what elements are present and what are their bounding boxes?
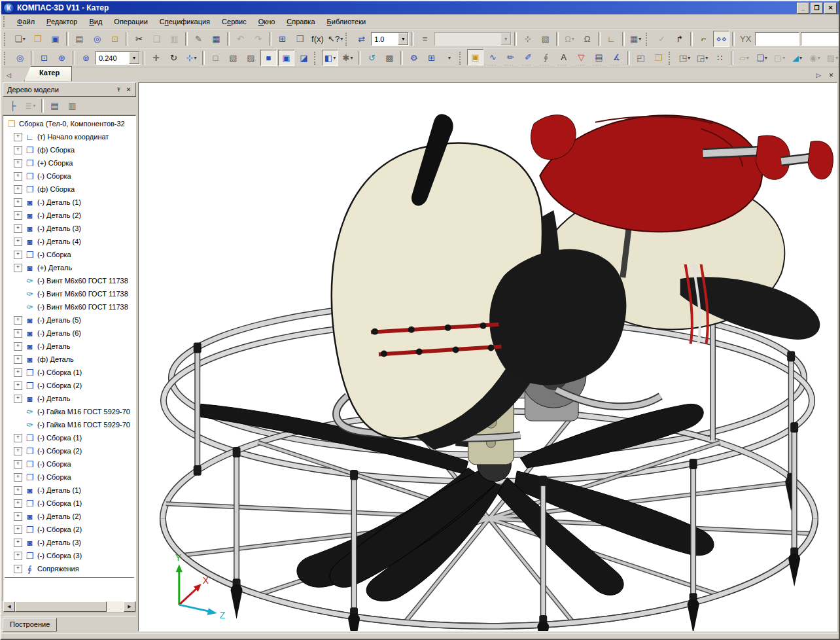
simplified-display-button[interactable] bbox=[322, 50, 338, 66]
3d-viewport[interactable]: Y X Z bbox=[138, 82, 837, 631]
save-document-button[interactable] bbox=[47, 31, 63, 47]
current-step-button[interactable] bbox=[353, 31, 370, 47]
tree-item[interactable]: (-) Сборка (2) bbox=[5, 444, 135, 457]
rotate-button[interactable] bbox=[166, 50, 182, 66]
tree-structure-button[interactable] bbox=[5, 98, 21, 114]
image-quality-button[interactable] bbox=[381, 50, 398, 66]
additional-window-button[interactable] bbox=[46, 98, 63, 114]
model-3d-canvas[interactable]: Y X Z bbox=[139, 83, 837, 631]
menu-window[interactable]: Окно bbox=[253, 15, 281, 28]
scrollbar-thumb[interactable] bbox=[15, 601, 107, 612]
x-coordinate-field[interactable] bbox=[755, 32, 799, 46]
tree-expander[interactable] bbox=[14, 395, 22, 403]
layer-states-button[interactable] bbox=[417, 31, 433, 47]
snaps-button[interactable] bbox=[579, 31, 595, 47]
orientation-button[interactable] bbox=[183, 50, 200, 66]
print-preview-button[interactable] bbox=[89, 31, 105, 47]
cut-extrude-button[interactable] bbox=[789, 50, 805, 66]
print-button[interactable] bbox=[71, 31, 88, 47]
tree-item[interactable]: (-) Сборка (3) bbox=[5, 549, 135, 562]
tree-item[interactable]: (-) Сборка (1) bbox=[5, 497, 135, 510]
panel-filters-button[interactable] bbox=[573, 49, 589, 65]
tree-expander[interactable] bbox=[14, 316, 22, 325]
scrollbar-track[interactable] bbox=[15, 601, 124, 612]
tree-expander[interactable] bbox=[14, 211, 22, 220]
hole-button[interactable] bbox=[807, 50, 823, 66]
redo-button[interactable] bbox=[250, 31, 266, 47]
panel-measure-button[interactable] bbox=[608, 49, 625, 65]
panel-surfaces-button[interactable] bbox=[502, 49, 519, 65]
tree-expander[interactable] bbox=[14, 133, 22, 141]
hide-objects-button[interactable] bbox=[340, 50, 356, 66]
menu-view[interactable]: Вид bbox=[83, 15, 108, 28]
pan-button[interactable] bbox=[148, 50, 164, 66]
tree-item[interactable]: (ф) Сборка bbox=[5, 143, 135, 156]
tree-expander[interactable] bbox=[14, 342, 22, 351]
tree-expander[interactable] bbox=[14, 434, 22, 442]
copy-feature-button[interactable] bbox=[736, 50, 752, 66]
rebuild-model-button[interactable] bbox=[406, 50, 422, 66]
body-part-button[interactable] bbox=[676, 50, 693, 66]
local-cs-button[interactable] bbox=[671, 31, 688, 47]
open-document-button[interactable] bbox=[29, 31, 46, 47]
perpendicular-button[interactable] bbox=[603, 31, 620, 47]
tree-expander[interactable] bbox=[14, 499, 22, 508]
tree-item[interactable]: (+) Деталь bbox=[5, 261, 135, 274]
tree-item[interactable]: (-) Деталь (1) bbox=[5, 196, 135, 209]
panel-mates-button[interactable] bbox=[538, 49, 554, 65]
panel-specification-button[interactable] bbox=[591, 49, 607, 65]
load-document-button[interactable] bbox=[650, 50, 667, 66]
tree-item[interactable]: (-) Винт М6х60 ГОСТ 11738 bbox=[5, 287, 135, 300]
tree-item[interactable]: (-) Деталь (4) bbox=[5, 235, 135, 248]
tree-item[interactable]: (-) Гайка М16 ГОСТ 5929-70 bbox=[5, 405, 135, 418]
panel-spatial-curves-button[interactable] bbox=[485, 49, 501, 65]
scroll-right-arrow-icon[interactable]: ▶ bbox=[124, 601, 135, 612]
tree-expander[interactable] bbox=[14, 512, 22, 521]
document-properties-button[interactable] bbox=[107, 31, 123, 47]
rebuild-dropdown[interactable] bbox=[441, 50, 457, 66]
local-frame-button[interactable] bbox=[519, 31, 536, 47]
restore-button[interactable]: ❐ bbox=[811, 3, 823, 14]
zoom-pointer-button[interactable] bbox=[78, 50, 94, 66]
tree-item[interactable]: (т) Начало координат bbox=[5, 130, 135, 143]
paste-button[interactable] bbox=[166, 31, 183, 47]
tree-expander[interactable] bbox=[14, 460, 22, 469]
notebook-button[interactable] bbox=[537, 31, 553, 47]
tree-item[interactable]: (-) Винт М6х60 ГОСТ 11738 bbox=[5, 300, 135, 313]
right-angle-button[interactable] bbox=[695, 31, 712, 47]
context-help-button[interactable] bbox=[327, 31, 343, 47]
tab-close-button[interactable]: ✕ bbox=[826, 70, 836, 80]
tree-item[interactable]: (-) Сборка (1) bbox=[5, 431, 135, 444]
shaded-button[interactable] bbox=[260, 50, 277, 66]
scroll-left-arrow-icon[interactable]: ◀ bbox=[3, 601, 15, 612]
menu-operations[interactable]: Операции bbox=[108, 15, 153, 28]
pin-icon[interactable]: Ŧ bbox=[114, 85, 124, 94]
tree-expander[interactable] bbox=[14, 251, 22, 259]
grid-button[interactable] bbox=[627, 31, 644, 47]
tree-item[interactable]: (-) Сборка bbox=[5, 471, 135, 484]
tree-item[interactable]: (-) Сборка bbox=[5, 457, 135, 471]
shaded-wireframe-button[interactable] bbox=[278, 50, 294, 66]
new-document-button[interactable] bbox=[12, 31, 28, 47]
rounding-button[interactable] bbox=[654, 31, 670, 47]
zoom-selected-button[interactable] bbox=[12, 50, 28, 66]
tree-expander[interactable] bbox=[14, 382, 22, 390]
variables-window-button[interactable] bbox=[274, 31, 290, 47]
tree-item[interactable]: (-) Деталь (2) bbox=[5, 209, 135, 222]
step-combo[interactable]: 1.0 bbox=[371, 32, 409, 46]
rib-button[interactable] bbox=[824, 50, 839, 66]
panel-annotations-button[interactable] bbox=[555, 49, 572, 65]
refresh-image-button[interactable] bbox=[364, 50, 380, 66]
tree-expander[interactable] bbox=[14, 329, 22, 338]
tree-composition-button[interactable] bbox=[22, 98, 39, 114]
tree-item[interactable]: (-) Деталь (3) bbox=[5, 536, 135, 549]
ortho-drawing-button[interactable] bbox=[713, 31, 729, 47]
cut-button[interactable] bbox=[131, 31, 147, 47]
copy-button[interactable] bbox=[149, 31, 165, 47]
tree-item[interactable]: (+) Сборка bbox=[5, 156, 135, 169]
extrude-button[interactable] bbox=[754, 50, 770, 66]
panel-close-icon[interactable]: ✕ bbox=[124, 85, 133, 94]
document-tab-kater[interactable]: Катер bbox=[24, 66, 72, 81]
tree-expander[interactable] bbox=[14, 473, 22, 482]
y-coordinate-field[interactable] bbox=[801, 32, 839, 46]
